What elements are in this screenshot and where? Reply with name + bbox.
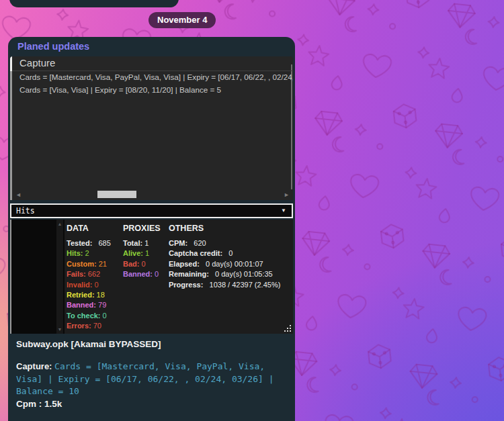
stat-rows: Tested: 685Hits: 2Custom: 21Fails: 662In… <box>67 238 111 332</box>
divider <box>12 71 293 71</box>
hits-dropdown[interactable]: Hits ▼ <box>10 203 293 218</box>
message-headline: Subway.opk [Akamai BYPASSED] <box>16 339 286 349</box>
capture-line: Cards = [Mastercard, Visa, PayPal, Visa,… <box>19 73 293 81</box>
vertical-scrollbar: ▲ ▼ <box>56 220 63 334</box>
stat-row: Captcha credit: 0 <box>169 248 280 259</box>
stat-row: Custom: 21 <box>67 259 111 269</box>
date-badge[interactable]: November 4 <box>149 12 216 28</box>
stat-row: Bad: 0 <box>123 259 161 269</box>
stat-row: Total: 1 <box>123 238 161 248</box>
stat-rows: CPM: 620Captcha credit: 0Elapsed: 0 day(… <box>169 238 280 290</box>
stat-row: CPM: 620 <box>169 238 280 248</box>
capture-line: Cards = [Visa, Visa] | Expiry = [08/20, … <box>19 85 293 94</box>
stats-column-others: OTHERS CPM: 620Captcha credit: 0Elapsed:… <box>169 224 280 290</box>
left-scrollbar-strip <box>10 56 12 200</box>
dropdown-selected-value: Hits <box>16 206 35 216</box>
stat-row: Banned: 0 <box>123 269 161 279</box>
scrollbar-thumb <box>97 191 136 198</box>
capture-code: Cards = [Mastercard, Visa, PayPal, Visa,… <box>16 361 274 396</box>
scroll-down-icon: ▼ <box>56 327 63 332</box>
resize-grip-icon <box>284 325 292 332</box>
cpm-line: Cpm : 1.5k <box>16 399 286 409</box>
screenshot-capture-list[interactable]: Capture Cards = [Mastercard, Visa, PayPa… <box>10 56 293 200</box>
stat-row: Invalid: 0 <box>67 280 111 290</box>
scroll-up-icon: ▲ <box>56 222 63 226</box>
stat-row: Alive: 1 <box>123 248 161 259</box>
message-bubble: Planed updates Capture Cards = [Masterca… <box>8 37 295 421</box>
capture-section-header: Capture <box>19 57 55 68</box>
stat-row: Fails: 662 <box>67 269 111 279</box>
scroll-left-icon: ◄ <box>15 191 22 198</box>
stat-row: Tested: 685 <box>67 238 111 248</box>
stats-column-proxies: PROXIES Total: 1Alive: 1Bad: 0Banned: 0 <box>123 224 161 280</box>
stat-rows: Total: 1Alive: 1Bad: 0Banned: 0 <box>123 238 161 280</box>
stat-row: Hits: 2 <box>67 248 111 259</box>
stats-column-data: DATA Tested: 685Hits: 2Custom: 21Fails: … <box>67 224 111 332</box>
channel-title[interactable]: Planed updates <box>17 41 89 52</box>
chevron-down-icon: ▼ <box>281 207 286 214</box>
previous-message-bubble-edge <box>9 0 179 7</box>
stat-row: Remaining: 0 day(s) 01:05:35 <box>169 269 280 279</box>
screenshot-stats-panel[interactable]: ▲ ▼ DATA Tested: 685Hits: 2Custom: 21Fai… <box>10 220 293 334</box>
column-header: DATA <box>67 224 111 233</box>
horizontal-scrollbar: ◄ ► <box>12 189 293 200</box>
stat-row: Errors: 70 <box>67 321 111 331</box>
message-text: Subway.opk [Akamai BYPASSED] Capture: Ca… <box>16 339 286 409</box>
stat-row: Retried: 18 <box>67 290 111 300</box>
scroll-right-icon: ► <box>284 191 290 198</box>
stat-row: Elapsed: 0 day(s) 00:01:07 <box>169 259 280 269</box>
capture-paragraph: Capture: Cards = [Mastercard, Visa, PayP… <box>16 361 286 398</box>
column-header: OTHERS <box>169 224 280 233</box>
stat-row: Banned: 79 <box>67 300 111 310</box>
stat-row: To check: 0 <box>67 311 111 321</box>
right-scrollbar-strip <box>291 64 292 189</box>
stat-row: Progress: 1038 / 42397 (2.45%) <box>169 280 280 290</box>
column-header: PROXIES <box>123 224 161 233</box>
capture-label: Capture: <box>16 361 54 371</box>
